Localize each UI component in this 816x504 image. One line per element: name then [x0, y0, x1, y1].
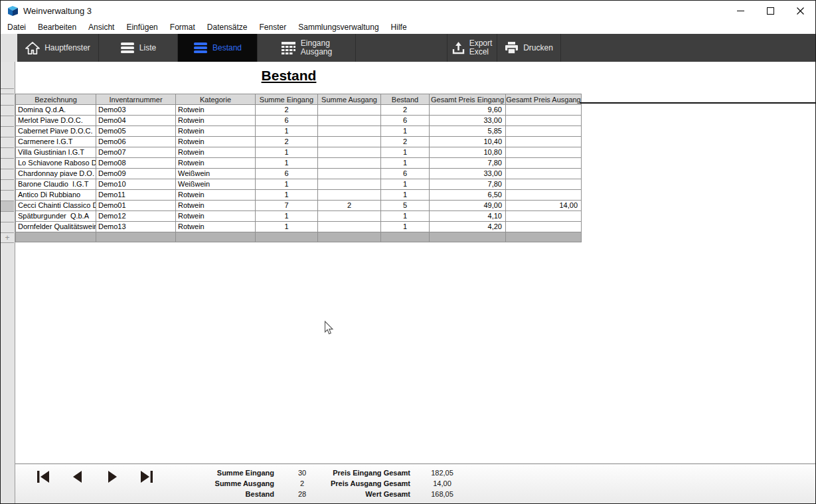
table-cell[interactable]: Dornfelder Qualitätswein: [16, 222, 96, 232]
table-cell[interactable]: 1: [256, 147, 318, 158]
table-cell[interactable]: Demo06: [96, 137, 176, 147]
table-cell[interactable]: 1: [381, 222, 430, 232]
close-button[interactable]: [785, 1, 815, 21]
column-header-bezeichnung[interactable]: Bezeichnung: [16, 94, 96, 105]
table-cell[interactable]: 1: [381, 211, 430, 222]
menu-item-bearbeiten[interactable]: Bearbeiten: [32, 21, 82, 33]
table-cell[interactable]: 5: [381, 201, 430, 211]
table-cell[interactable]: [506, 126, 582, 137]
table-cell[interactable]: 1: [256, 211, 318, 222]
table-cell[interactable]: Spätburgunder Q.b.A: [16, 211, 96, 222]
table-cell[interactable]: [318, 222, 381, 232]
table-cell[interactable]: Demo11: [96, 190, 176, 201]
table-cell[interactable]: [318, 190, 381, 201]
table-cell[interactable]: 7: [256, 201, 318, 211]
table-cell[interactable]: 1: [381, 190, 430, 201]
nav-first-button[interactable]: [35, 470, 51, 486]
new-record-cell[interactable]: [176, 232, 256, 242]
nav-last-button[interactable]: [139, 470, 155, 486]
table-cell[interactable]: Chardonnay piave D.O.: [16, 169, 96, 179]
new-record-cell[interactable]: [318, 232, 381, 242]
table-cell[interactable]: Cabernet Piave D.O.C.: [16, 126, 96, 137]
table-cell[interactable]: [318, 179, 381, 190]
maximize-button[interactable]: [756, 1, 785, 21]
table-cell[interactable]: Lo Schiavone Raboso D.: [16, 158, 96, 169]
table-cell[interactable]: Weißwein: [176, 179, 256, 190]
table-cell[interactable]: [318, 147, 381, 158]
record-selector[interactable]: [1, 137, 14, 147]
table-cell[interactable]: 1: [256, 179, 318, 190]
column-header-kategorie[interactable]: Kategorie: [176, 94, 256, 105]
toolbar-button-hauptfenster[interactable]: Hauptfenster: [17, 34, 99, 62]
table-cell[interactable]: 14,00: [506, 201, 582, 211]
new-record-cell[interactable]: [506, 232, 582, 242]
toolbar-button-drucken[interactable]: Drucken: [497, 34, 561, 62]
table-cell[interactable]: 2: [256, 137, 318, 147]
table-cell[interactable]: Cecci Chainti Classico D.: [16, 201, 96, 211]
menu-item-datensätze[interactable]: Datensätze: [201, 21, 254, 33]
table-cell[interactable]: [506, 137, 582, 147]
record-selector[interactable]: [1, 105, 14, 116]
table-cell[interactable]: [506, 169, 582, 179]
new-record-cell[interactable]: [16, 232, 96, 242]
table-cell[interactable]: 49,00: [430, 201, 506, 211]
table-cell[interactable]: 1: [256, 190, 318, 201]
menu-item-fenster[interactable]: Fenster: [254, 21, 293, 33]
table-cell[interactable]: Demo09: [96, 169, 176, 179]
table-cell[interactable]: 1: [256, 158, 318, 169]
table-cell[interactable]: Carmenere I.G.T: [16, 137, 96, 147]
table-cell[interactable]: 2: [381, 137, 430, 147]
table-cell[interactable]: Demo07: [96, 147, 176, 158]
table-cell[interactable]: 2: [256, 105, 318, 116]
table-cell[interactable]: [506, 116, 582, 126]
table-cell[interactable]: 33,00: [430, 169, 506, 179]
table-cell[interactable]: Rotwein: [176, 105, 256, 116]
minimize-button[interactable]: [726, 1, 756, 21]
column-header-gesamt-preis-eingang[interactable]: Gesamt Preis Eingang: [430, 94, 506, 105]
table-cell[interactable]: Demo05: [96, 126, 176, 137]
toolbar-button-liste[interactable]: Liste: [99, 34, 178, 62]
record-selector[interactable]: [1, 179, 14, 190]
table-cell[interactable]: 10,80: [430, 147, 506, 158]
record-selector[interactable]: [1, 158, 14, 169]
new-record-cell[interactable]: [96, 232, 176, 242]
new-record-cell[interactable]: [430, 232, 506, 242]
column-header-bestand[interactable]: Bestand: [381, 94, 430, 105]
table-cell[interactable]: 1: [256, 222, 318, 232]
record-selector[interactable]: [1, 211, 14, 222]
record-selector[interactable]: [1, 126, 14, 137]
table-cell[interactable]: Rotwein: [176, 147, 256, 158]
table-cell[interactable]: Rotwein: [176, 222, 256, 232]
toolbar-button-eingang-ausgang[interactable]: EingangAusgang: [258, 34, 356, 62]
record-selector[interactable]: [1, 169, 14, 179]
table-cell[interactable]: 2: [381, 105, 430, 116]
menu-item-einfügen[interactable]: Einfügen: [120, 21, 163, 33]
table-cell[interactable]: 6,50: [430, 190, 506, 201]
table-cell[interactable]: Demo01: [96, 201, 176, 211]
record-selector[interactable]: [1, 147, 14, 158]
table-cell[interactable]: Demo04: [96, 116, 176, 126]
new-record-cell[interactable]: [256, 232, 318, 242]
table-cell[interactable]: Demo13: [96, 222, 176, 232]
table-cell[interactable]: [506, 190, 582, 201]
record-selector[interactable]: [1, 222, 14, 232]
table-cell[interactable]: 1: [381, 126, 430, 137]
table-cell[interactable]: [318, 105, 381, 116]
table-cell[interactable]: [506, 222, 582, 232]
table-cell[interactable]: 9,60: [430, 105, 506, 116]
table-cell[interactable]: 6: [381, 116, 430, 126]
table-cell[interactable]: [506, 147, 582, 158]
toolbar-button-bestand[interactable]: Bestand: [178, 34, 258, 62]
column-header-gesamt-preis-ausgang[interactable]: Gesamt Preis Ausgang: [506, 94, 582, 105]
table-cell[interactable]: 5,85: [430, 126, 506, 137]
menu-item-ansicht[interactable]: Ansicht: [82, 21, 120, 33]
table-cell[interactable]: Antico Di Rubbiano: [16, 190, 96, 201]
new-record-cell[interactable]: [381, 232, 430, 242]
table-cell[interactable]: Rotwein: [176, 116, 256, 126]
menu-item-hilfe[interactable]: Hilfe: [385, 21, 413, 33]
record-selector[interactable]: [1, 116, 14, 126]
table-cell[interactable]: Rotwein: [176, 126, 256, 137]
menu-item-datei[interactable]: Datei: [1, 21, 32, 33]
table-cell[interactable]: 4,20: [430, 222, 506, 232]
table-cell[interactable]: Merlot Piave D.O.C.: [16, 116, 96, 126]
